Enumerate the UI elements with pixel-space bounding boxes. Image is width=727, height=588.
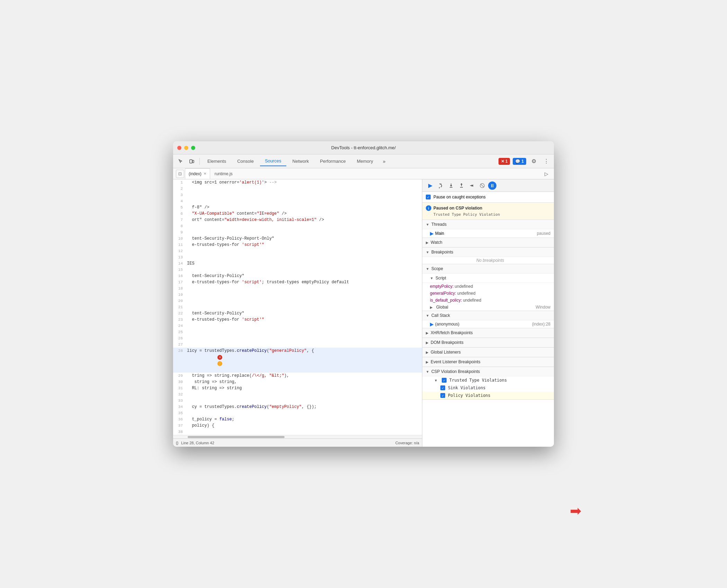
threads-section: ▼ Threads ▶ Main paused — [422, 220, 554, 238]
pause-exceptions-checkbox[interactable]: ✓ — [426, 195, 431, 199]
code-line-14: 14 IES — [173, 260, 422, 267]
code-line-17: 17 e-trusted-types-for 'script'; trusted… — [173, 279, 422, 285]
tab-memory[interactable]: Memory — [352, 157, 378, 166]
code-line-36: 36 t_policy = false; — [173, 416, 422, 422]
code-line-33: 33 — [173, 398, 422, 404]
code-line-26: 26 — [173, 335, 422, 341]
sink-violations-label: Sink Violations — [448, 385, 485, 390]
trusted-type-violations-checkbox[interactable]: ✓ — [442, 378, 447, 383]
scrollbar-thumb[interactable] — [188, 436, 285, 438]
file-tab-index[interactable]: (index) ✕ — [185, 168, 210, 179]
scope-header[interactable]: ▼ Scope — [422, 264, 554, 274]
error-badge[interactable]: ✕ 1 — [499, 158, 510, 165]
tab-console[interactable]: Console — [232, 157, 259, 166]
code-editor[interactable]: 1 <img src=1 onerror='alert(1)'> --> 2 3… — [173, 179, 422, 435]
watch-section: ▶ Watch — [422, 238, 554, 248]
scope-item-generalPolicy: generalPolicy: undefined — [422, 290, 554, 297]
xhr-triangle: ▶ — [426, 331, 429, 335]
dom-breakpoints-header[interactable]: ▶ DOM Breakpoints — [422, 338, 554, 347]
deactivate-breakpoints-button[interactable] — [478, 181, 487, 190]
more-options-icon[interactable]: ⋮ — [541, 157, 551, 166]
scope-item-is-default-policy: is_default_policy: undefined — [422, 297, 554, 304]
main-toolbar: Elements Console Sources Network Perform… — [173, 154, 554, 168]
scope-section: ▼ Scope ▼ Script emptyPolicy: undefined … — [422, 264, 554, 311]
panel-layout-icon[interactable]: ⊡ — [176, 170, 184, 178]
inspect-icon[interactable] — [176, 157, 186, 166]
red-arrow-indicator: ➡ — [570, 503, 582, 519]
scope-global-value: Window — [536, 305, 550, 310]
policy-violations-label: Policy Violations — [448, 393, 491, 398]
call-stack-header[interactable]: ▼ Call Stack — [422, 311, 554, 320]
tab-network[interactable]: Network — [288, 157, 314, 166]
code-line-8: 8 — [173, 223, 422, 229]
event-listener-breakpoints-header[interactable]: ▶ Event Listener Breakpoints — [422, 357, 554, 367]
code-line-25: 25 — [173, 329, 422, 335]
sink-violations-checkbox[interactable]: ✓ — [440, 385, 445, 390]
maximize-button[interactable] — [191, 146, 195, 150]
code-line-21: 21 — [173, 304, 422, 310]
code-line-27: 27 — [173, 341, 422, 348]
tab-performance[interactable]: Performance — [315, 157, 350, 166]
xhr-breakpoints-header[interactable]: ▶ XHR/fetch Breakpoints — [422, 328, 554, 338]
code-line-28: 28 licy = trustedTypes.createPolicy("gen… — [173, 348, 422, 373]
file-tab-runtime[interactable]: runtime.js — [211, 168, 236, 179]
breakpoints-header[interactable]: ▼ Breakpoints — [422, 248, 554, 257]
code-line-2: 2 — [173, 186, 422, 192]
pause-exceptions-label: Pause on caught exceptions — [433, 195, 486, 199]
debug-toolbar: ▶ ⏸ — [422, 179, 554, 192]
pause-exceptions-row: ✓ Pause on caught exceptions — [422, 192, 554, 203]
file-tabs: ⊡ (index) ✕ runtime.js ▷ — [173, 168, 554, 179]
global-listeners-header[interactable]: ▶ Global Listeners — [422, 348, 554, 357]
code-line-5: 5 f-8" /> — [173, 204, 422, 211]
csp-violation-triangle: ▼ — [426, 370, 429, 374]
step-out-button[interactable] — [457, 181, 466, 190]
error-inline-icon: ✕ — [217, 355, 222, 360]
threads-header[interactable]: ▼ Threads — [422, 220, 554, 229]
code-line-32: 32 — [173, 391, 422, 398]
pause-on-exceptions-button[interactable]: ⏸ — [488, 181, 496, 190]
code-line-12: 12 — [173, 248, 422, 254]
svg-rect-0 — [190, 160, 192, 163]
main-thread-status: paused — [537, 231, 550, 236]
message-badge[interactable]: 💬 1 — [513, 158, 526, 165]
watch-header[interactable]: ▶ Watch — [422, 238, 554, 247]
device-toolbar-icon[interactable] — [187, 157, 197, 166]
trusted-type-violations-row: ▼ ✓ Trusted Type Violations — [422, 376, 554, 384]
close-button[interactable] — [177, 146, 181, 150]
tab-sources[interactable]: Sources — [260, 156, 286, 166]
policy-violations-checkbox[interactable]: ✓ — [440, 393, 445, 398]
code-line-15: 15 — [173, 267, 422, 273]
tab-elements[interactable]: Elements — [203, 157, 231, 166]
scope-script-header[interactable]: ▼ Script — [422, 274, 554, 283]
right-panel: ▶ ⏸ ✓ Pau — [422, 179, 554, 447]
main-thread-arrow: ▶ — [430, 231, 434, 236]
code-line-10: 10 tent-Security-Policy-Report-Only" — [173, 235, 422, 242]
no-breakpoints-text: No breakpoints — [422, 257, 554, 264]
more-tabs-icon[interactable]: » — [379, 157, 389, 166]
code-line-20: 20 — [173, 298, 422, 304]
settings-icon[interactable]: ⚙ — [529, 157, 539, 166]
minimize-button[interactable] — [184, 146, 188, 150]
horizontal-scrollbar[interactable] — [173, 435, 422, 438]
code-line-9: 9 — [173, 229, 422, 235]
scope-triangle: ▼ — [426, 267, 429, 271]
threads-triangle: ▼ — [426, 223, 429, 226]
watch-triangle: ▶ — [426, 241, 429, 244]
step-into-button[interactable] — [447, 181, 456, 190]
code-line-1: 1 <img src=1 onerror='alert(1)'> --> — [173, 179, 422, 186]
code-line-38: 38 — [173, 429, 422, 435]
code-line-31: 31 RL: string => string — [173, 385, 422, 391]
format-code-icon[interactable]: {} — [176, 441, 178, 445]
step-over-button[interactable] — [436, 181, 445, 190]
trusted-type-expand-triangle: ▼ — [435, 378, 437, 382]
resume-button[interactable]: ▶ — [426, 181, 435, 190]
run-snippet-icon[interactable]: ▷ — [541, 169, 551, 179]
event-listener-triangle: ▶ — [426, 360, 429, 364]
file-tabs-right: ▷ — [541, 169, 551, 179]
file-tab-index-close[interactable]: ✕ — [204, 172, 206, 176]
warn-inline-icon: ! — [217, 361, 222, 366]
step-button[interactable] — [467, 181, 476, 190]
scope-global-row: ▶ Global Window — [422, 304, 554, 311]
call-stack-fn-name: (anonymous) — [435, 322, 459, 327]
csp-violation-breakpoints-header[interactable]: ▼ CSP Violation Breakpoints — [422, 367, 554, 376]
